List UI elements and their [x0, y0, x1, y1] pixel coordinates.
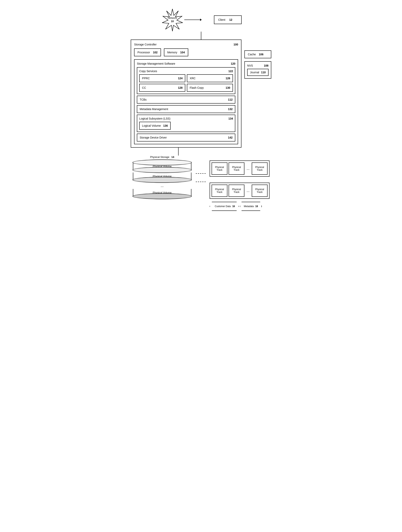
- nvs-num: 108: [264, 64, 268, 67]
- down-line-2: [178, 148, 179, 156]
- track-2: Physical Track: [229, 162, 244, 175]
- tcbs-num: 112: [228, 98, 233, 101]
- storage-controller-area: Storage Controller 100 Processor 102 Mem…: [122, 39, 280, 148]
- sc-label: Storage Controller: [134, 43, 157, 46]
- dashed-1: [196, 173, 206, 174]
- sdd-num: 142: [228, 136, 233, 139]
- ps-label-row: Physical Storage 14: [133, 156, 192, 158]
- page-wrapper: Network 10 Client 12 Storage Controller: [116, 4, 286, 532]
- tcbs-box: TCBs 112: [137, 96, 235, 104]
- sms-box: Storage Management Software 120 Copy Ser…: [134, 59, 238, 144]
- xrc-box: XRC 126: [187, 74, 233, 82]
- journal-num: 110: [261, 71, 266, 74]
- flashcopy-box: Flash Copy 130: [187, 84, 233, 92]
- dashed-arrows-area: [196, 156, 206, 182]
- track-dots-1: ...: [246, 167, 250, 171]
- cc-num: 128: [178, 86, 183, 89]
- lss-header: Logical Subsystem (LSS) 134: [139, 117, 233, 120]
- processor-num: 102: [153, 51, 157, 54]
- journal-box: Journal 110: [247, 69, 268, 76]
- sms-label: Storage Management Software: [137, 62, 175, 65]
- xrc-num: 126: [226, 77, 230, 80]
- pprc-box: PPRC 124: [139, 74, 185, 82]
- arrow-head: [200, 19, 202, 21]
- disk-dots: ...: [133, 184, 192, 188]
- sms-num: 120: [231, 62, 235, 65]
- cc-label: CC: [142, 86, 146, 89]
- lv-num: 136: [163, 124, 168, 127]
- network-client-connector: [184, 19, 202, 21]
- dashed-2: [196, 182, 206, 182]
- lv-box: Logical Volume 136: [139, 122, 171, 130]
- disk-2: Physical Volume: [133, 172, 192, 183]
- sdd-box: Storage Device Driver 142: [137, 133, 235, 141]
- processor-box: Processor 102: [134, 48, 161, 56]
- metadata-mgmt-num: 132: [228, 108, 233, 111]
- metadata-label: Metadata: [244, 205, 254, 208]
- client-label: Client: [218, 18, 225, 21]
- metadata-num: 18: [255, 205, 258, 208]
- journal-label: Journal: [250, 71, 259, 74]
- metadata-shape: Metadata 18: [240, 202, 262, 211]
- network-label: Network 10: [168, 16, 177, 23]
- processor-label: Processor: [137, 51, 150, 54]
- cs-num: 122: [228, 70, 233, 73]
- sc-header: Storage Controller 100: [134, 43, 238, 46]
- network-burst: Network 10: [160, 8, 184, 32]
- customer-data-num: 16: [232, 205, 235, 208]
- cc-box: CC 128: [139, 84, 185, 92]
- nvs-header: NVS 108: [247, 64, 268, 67]
- network-num: 10: [168, 20, 177, 23]
- track-5: Physical Track: [229, 184, 244, 197]
- memory-box: Memory 104: [164, 48, 188, 56]
- pprc-num: 124: [178, 77, 183, 80]
- storage-controller-box: Storage Controller 100 Processor 102 Mem…: [131, 39, 242, 148]
- right-panel: Cache 106 NVS 108 Journal 110: [244, 39, 271, 79]
- lv-label: Logical Volume: [142, 124, 161, 127]
- tracks-row-1: Physical Track Physical Track ... Physic…: [210, 160, 269, 177]
- disk-2-bottom: [133, 177, 192, 183]
- customer-data-label: Customer Data: [215, 205, 231, 208]
- metadata-mgmt-box: Metadata Management 132: [137, 105, 235, 113]
- cache-num: 106: [259, 53, 263, 56]
- copy-services-box: Copy Services 122 PPRC 124 XRC 126: [137, 67, 235, 94]
- track-1: Physical Track: [211, 162, 227, 175]
- sc-num: 100: [234, 43, 238, 46]
- cs-grid: PPRC 124 XRC 126 CC 128 Flash Copy: [139, 74, 233, 92]
- metadata-mgmt-label: Metadata Management: [140, 108, 168, 111]
- network-down-line: [201, 32, 201, 39]
- disk-top-ellipse: [133, 159, 192, 165]
- disk-1-bottom: [133, 167, 192, 173]
- client-box: Client 12: [214, 15, 242, 24]
- nvs-box: NVS 108 Journal 110: [244, 61, 271, 79]
- physical-area: Physical Storage 14 Physical Volume Phys…: [122, 156, 280, 211]
- tcbs-label: TCBs: [140, 98, 147, 101]
- track-3: Physical Track: [252, 162, 268, 175]
- tracks-area: Physical Track Physical Track ... Physic…: [210, 156, 269, 211]
- sdd-label: Storage Device Driver: [140, 136, 167, 139]
- disk-3-bottom: [133, 193, 192, 199]
- track-6: Physical Track: [252, 184, 268, 197]
- track-dots-2: ...: [246, 189, 250, 193]
- memory-num: 104: [180, 51, 185, 54]
- ps-num: 14: [172, 156, 174, 158]
- customer-data-shape: Customer Data 16: [210, 202, 239, 211]
- data-shapes-row: Customer Data 16 Metadata 18: [210, 202, 269, 211]
- flashcopy-label: Flash Copy: [190, 86, 204, 89]
- disk-3: Physical Volume: [133, 189, 192, 199]
- sc-to-physical-connector: [122, 148, 280, 156]
- cs-label: Copy Services: [139, 70, 157, 73]
- ps-label: Physical Storage: [150, 156, 169, 158]
- disk-stack-area: Physical Storage 14 Physical Volume Phys…: [133, 156, 192, 199]
- h-line-1: [184, 19, 200, 20]
- cache-box: Cache 106: [244, 51, 271, 58]
- nvs-label: NVS: [247, 64, 253, 67]
- cs-header: Copy Services 122: [139, 70, 233, 73]
- track-4: Physical Track: [211, 184, 227, 197]
- lss-label: Logical Subsystem (LSS): [139, 117, 170, 120]
- client-num: 12: [229, 18, 232, 21]
- lss-num: 134: [228, 117, 233, 120]
- memory-label: Memory: [167, 51, 177, 54]
- cache-label: Cache: [248, 53, 256, 56]
- xrc-label: XRC: [190, 77, 196, 80]
